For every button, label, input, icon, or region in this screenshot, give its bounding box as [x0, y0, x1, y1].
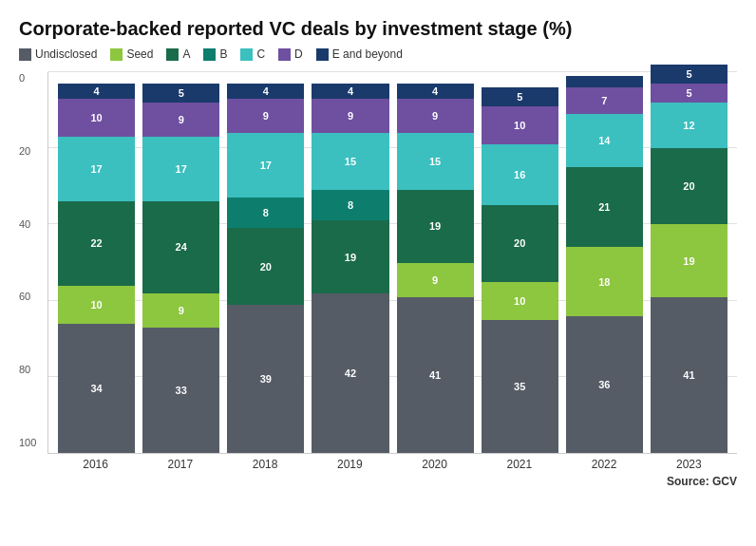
bar-segment-seed: 19 [651, 224, 728, 296]
legend-swatch-undisclosed [19, 48, 31, 61]
bar-segment-d: 9 [397, 99, 474, 133]
bar-segment-a: 19 [397, 190, 474, 262]
bar-segment-seed: 9 [397, 263, 474, 297]
x-label-2023: 2023 [651, 458, 728, 471]
legend-label-c: C [256, 47, 265, 61]
legend-item-undisclosed: Undisclosed [19, 47, 97, 61]
chart-area: 100806040200 341022171043392417953920817… [19, 72, 737, 471]
chart-inner: 3410221710433924179539208179442198159441… [47, 72, 737, 471]
bar-segment-seed: 10 [58, 286, 135, 324]
bar-group-2017: 339241795 [142, 72, 219, 453]
bar-segment-d: 7 [566, 87, 643, 114]
legend-item-b: B [203, 47, 227, 61]
legend-item-e: E and beyond [316, 47, 403, 61]
bar-segment-d: 10 [482, 106, 558, 144]
bar-segment-a: 19 [312, 220, 388, 292]
legend-swatch-b [203, 48, 216, 61]
bar-segment-e: 4 [397, 84, 474, 99]
bar-segment-a: 20 [651, 148, 728, 224]
bar-segment-undisclosed: 42 [312, 293, 388, 453]
bar-segment-c: 14 [566, 114, 643, 167]
legend-label-e: E and beyond [332, 47, 403, 61]
y-axis: 100806040200 [19, 72, 47, 471]
bar-segment-e [566, 76, 643, 87]
bar-segment-a: 21 [566, 167, 643, 247]
bar-segment-c: 17 [227, 133, 304, 198]
bar-segment-undisclosed: 34 [58, 324, 135, 453]
x-label-2022: 2022 [566, 458, 643, 471]
bar-segment-e: 4 [58, 84, 135, 99]
bar-segment-undisclosed: 35 [482, 320, 558, 453]
bar-segment-d: 10 [58, 99, 135, 137]
x-label-2018: 2018 [227, 458, 304, 471]
bar-segment-a: 20 [482, 205, 558, 281]
bar-group-2021: 35102016105 [482, 72, 558, 453]
bar-segment-e: 5 [651, 65, 728, 84]
bar-group-2019: 421981594 [312, 72, 388, 453]
bar-segment-b: 8 [312, 190, 388, 220]
legend-label-b: B [219, 47, 227, 61]
legend-swatch-seed [110, 48, 123, 61]
y-axis-label: 100 [19, 437, 40, 448]
bar-group-2022: 361821147 [566, 72, 643, 453]
bar-segment-seed: 18 [566, 247, 643, 315]
bar-segment-a: 20 [227, 228, 304, 304]
bar-segment-c: 12 [651, 103, 728, 148]
bar-segment-d: 9 [227, 99, 304, 133]
bar-segment-c: 17 [58, 137, 135, 201]
y-axis-label: 20 [19, 145, 40, 157]
y-axis-label: 0 [19, 72, 40, 84]
bar-segment-b: 8 [227, 198, 304, 228]
legend: UndisclosedSeedABCDE and beyond [19, 47, 737, 61]
bar-segment-undisclosed: 33 [142, 328, 219, 453]
legend-item-c: C [240, 47, 265, 61]
bar-segment-c: 15 [312, 133, 388, 190]
bar-segment-e: 5 [142, 84, 219, 103]
bar-segment-d: 9 [312, 99, 388, 133]
x-label-2019: 2019 [312, 458, 388, 471]
legend-item-seed: Seed [110, 47, 153, 61]
bar-segment-e: 4 [227, 84, 304, 99]
legend-swatch-c [240, 48, 253, 61]
legend-swatch-d [278, 48, 291, 61]
bar-segment-undisclosed: 36 [566, 316, 643, 453]
y-axis-label: 80 [19, 364, 40, 375]
legend-label-seed: Seed [126, 47, 153, 61]
bar-segment-undisclosed: 41 [651, 297, 728, 453]
bar-group-2016: 34102217104 [58, 72, 135, 453]
bar-segment-d: 9 [142, 103, 219, 137]
bar-segment-undisclosed: 39 [227, 305, 304, 453]
legend-label-a: A [182, 47, 190, 61]
source-label: Source: GCV [19, 475, 737, 488]
bar-segment-seed: 9 [142, 293, 219, 328]
x-labels: 20162017201820192020202120222023 [47, 454, 737, 471]
x-label-2016: 2016 [57, 458, 134, 471]
bar-group-2020: 419191594 [397, 72, 474, 453]
page-container: Corporate-backed reported VC deals by in… [0, 0, 756, 546]
bar-segment-a: 22 [58, 201, 135, 285]
bar-segment-d: 5 [651, 84, 728, 103]
bar-group-2018: 392081794 [227, 72, 304, 453]
bars-container: 3410221710433924179539208179442198159441… [47, 72, 737, 454]
legend-item-a: A [166, 47, 190, 61]
bar-segment-c: 17 [142, 137, 219, 201]
bar-segment-e: 4 [312, 84, 388, 99]
bar-group-2023: 4119201255 [651, 72, 728, 453]
legend-swatch-a [166, 48, 179, 61]
bar-segment-e: 5 [482, 87, 558, 106]
y-axis-label: 60 [19, 291, 40, 302]
bar-segment-a: 24 [142, 201, 219, 292]
y-axis-label: 40 [19, 218, 40, 230]
chart-title: Corporate-backed reported VC deals by in… [19, 17, 737, 40]
legend-item-d: D [278, 47, 303, 61]
x-label-2021: 2021 [481, 458, 558, 471]
legend-label-undisclosed: Undisclosed [35, 47, 97, 61]
bar-segment-undisclosed: 41 [397, 297, 474, 453]
x-label-2020: 2020 [396, 458, 473, 471]
bar-segment-c: 16 [482, 144, 558, 205]
legend-label-d: D [294, 47, 303, 61]
bar-segment-seed: 10 [482, 282, 558, 320]
legend-swatch-e [316, 48, 329, 61]
x-label-2017: 2017 [142, 458, 218, 471]
bar-segment-c: 15 [397, 133, 474, 190]
